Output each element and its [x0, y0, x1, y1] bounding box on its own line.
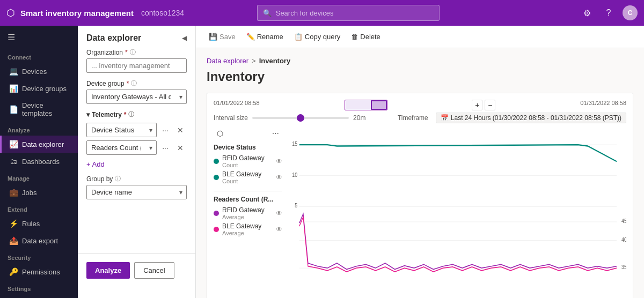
legend-dot-1-1 — [214, 227, 219, 232]
telemetry-remove-btn-0[interactable]: ✕ — [174, 124, 187, 137]
save-button[interactable]: 💾 Save — [204, 30, 240, 43]
groupby-label: Group by ⓘ — [86, 175, 187, 183]
user-avatar[interactable]: C — [623, 5, 638, 20]
dashboards-icon: 🗂 — [9, 157, 18, 166]
sidebar-item-permissions[interactable]: 🔑 Permissions — [0, 263, 78, 280]
devices-icon: 💻 — [9, 67, 18, 76]
organization-label: Organization * ⓘ — [86, 48, 187, 56]
sidebar-section-manage: Manage — [0, 170, 78, 184]
jobs-icon: 💼 — [9, 188, 18, 197]
sidebar-item-data-export[interactable]: 📤 Data export — [0, 232, 78, 249]
legend-text-1-0: RFID Gateway Average — [222, 206, 265, 220]
cancel-button[interactable]: Cancel — [134, 262, 174, 279]
organization-group: Organization * ⓘ — [78, 48, 195, 79]
help-icon: ? — [606, 8, 611, 18]
legend-eye-0-1[interactable]: 👁 — [276, 174, 282, 181]
legend-panel: ⬡ ··· Device Status RFID Gateway Count — [214, 128, 289, 298]
legend-eye-0-0[interactable]: 👁 — [276, 158, 282, 165]
groupby-select-wrap: Device name Device type — [86, 185, 187, 199]
groupby-select[interactable]: Device name Device type — [86, 185, 187, 199]
chart-more-button[interactable]: ··· — [269, 128, 282, 139]
sidebar-item-data-explorer[interactable]: 📈 Data explorer — [0, 136, 78, 153]
breadcrumb-parent[interactable]: Data explorer — [207, 57, 248, 65]
telemetry-select-0[interactable]: Device Status — [86, 123, 157, 137]
svg-text:15: 15 — [292, 140, 297, 147]
legend-group-title-1: Readers Count (R... — [214, 196, 282, 203]
legend-group-readers: Readers Count (R... RFID Gateway Average… — [214, 196, 282, 236]
telemetry-more-btn-0[interactable]: ··· — [159, 124, 172, 137]
interval-value: 20m — [353, 114, 365, 122]
telemetry-section: ▾ Telemetry * ⓘ Device Status ··· ✕ Read… — [78, 110, 195, 175]
legend-item-1-1: BLE Gateway Average 👁 — [214, 222, 282, 236]
device-templates-icon: 📄 — [9, 105, 18, 114]
layers-button[interactable]: ⬡ — [214, 128, 226, 139]
delete-icon: 🗑 — [351, 33, 358, 41]
telemetry-remove-btn-1[interactable]: ✕ — [174, 141, 187, 154]
device-groups-icon: 📊 — [9, 84, 18, 93]
sidebar-section-extend: Extend — [0, 201, 78, 215]
app-title: Smart inventory management — [20, 9, 134, 18]
telemetry-info-icon[interactable]: ⓘ — [128, 110, 134, 118]
rename-button[interactable]: ✏️ Rename — [242, 30, 288, 43]
analyze-footer: Analyze Cancel — [78, 253, 195, 287]
device-group-select[interactable]: Inventory Gateways - All devices All dev… — [86, 90, 187, 104]
settings-button[interactable]: ⚙ — [580, 5, 595, 20]
delete-button[interactable]: 🗑 Delete — [347, 30, 385, 43]
sidebar-item-dashboards[interactable]: 🗂 Dashboards — [0, 153, 78, 170]
breadcrumb-current: Inventory — [259, 57, 291, 65]
svg-text:5: 5 — [295, 202, 297, 208]
telemetry-select-1[interactable]: Readers Count (RF... — [86, 140, 157, 155]
app-logo: ⬡ — [6, 7, 15, 19]
copy-query-button[interactable]: 📋 Copy query — [290, 30, 345, 43]
middle-panel: Data explorer ◀ Organization * ⓘ Device … — [78, 26, 196, 298]
add-telemetry-button[interactable]: + Add — [86, 158, 105, 170]
data-explorer-icon: 📈 — [9, 140, 18, 148]
groupby-section: Group by ⓘ Device name Device type — [78, 175, 195, 206]
legend-eye-1-1[interactable]: 👁 — [276, 226, 282, 233]
legend-group-title-0: Device Status — [214, 144, 282, 151]
legend-dot-1-0 — [214, 211, 219, 216]
rules-icon: ⚡ — [9, 219, 18, 228]
legend-divider — [214, 191, 282, 191]
search-icon: 🔍 — [263, 9, 272, 17]
sidebar-item-rules[interactable]: ⚡ Rules — [0, 215, 78, 232]
organization-input[interactable] — [86, 58, 187, 73]
chart-container: 01/01/2022 08:58 + − 01/31/2022 08:58 In… — [207, 93, 633, 298]
telemetry-label: ▾ Telemetry * ⓘ — [86, 110, 187, 118]
legend-eye-1-0[interactable]: 👁 — [276, 210, 282, 217]
telemetry-more-btn-1[interactable]: ··· — [159, 141, 172, 154]
device-group-group: Device group * ⓘ Inventory Gateways - Al… — [78, 79, 195, 110]
page-title: Inventory — [207, 69, 633, 84]
analyze-button[interactable]: Analyze — [86, 262, 130, 279]
timeframe-badge[interactable]: 📅 Last 24 Hours (01/30/2022 08:58 - 01/3… — [436, 113, 626, 123]
rename-icon: ✏️ — [246, 33, 255, 41]
calendar-icon: 📅 — [441, 114, 449, 122]
interval-slider[interactable] — [252, 117, 349, 119]
legend-text-0-0: RFID Gateway Count — [222, 154, 265, 168]
data-export-icon: 📤 — [9, 236, 18, 245]
panel-collapse-button[interactable]: ◀ — [182, 34, 187, 42]
device-group-info-icon[interactable]: ⓘ — [131, 79, 137, 87]
sidebar-item-device-groups[interactable]: 📊 Device groups — [0, 80, 78, 97]
zoom-out-button[interactable]: − — [485, 100, 495, 110]
legend-dot-0-0 — [214, 159, 219, 164]
legend-group-device-status: Device Status RFID Gateway Count 👁 — [214, 144, 282, 184]
sidebar-item-jobs[interactable]: 💼 Jobs — [0, 184, 78, 201]
copy-icon: 📋 — [294, 33, 303, 41]
search-bar[interactable]: 🔍 — [257, 5, 440, 21]
device-group-select-wrap: Inventory Gateways - All devices All dev… — [86, 90, 187, 104]
hamburger-button[interactable]: ☰ — [0, 26, 78, 49]
sidebar-item-device-templates[interactable]: 📄 Device templates — [0, 97, 78, 122]
help-button[interactable]: ? — [601, 5, 616, 20]
timeframe-value: Last 24 Hours (01/30/2022 08:58 - 01/31/… — [451, 114, 621, 122]
search-input[interactable] — [276, 9, 434, 17]
telemetry-row-0: Device Status ··· ✕ — [86, 123, 187, 137]
interval-label: Interval size — [214, 114, 248, 122]
telemetry-select-wrap-1: Readers Count (RF... — [86, 140, 157, 155]
zoom-in-button[interactable]: + — [472, 100, 482, 110]
slider-thumb[interactable] — [297, 114, 304, 122]
groupby-info-icon[interactable]: ⓘ — [115, 175, 121, 183]
organization-info-icon[interactable]: ⓘ — [130, 48, 136, 56]
sidebar-item-devices[interactable]: 💻 Devices — [0, 63, 78, 80]
breadcrumb: Data explorer > Inventory — [207, 57, 633, 65]
